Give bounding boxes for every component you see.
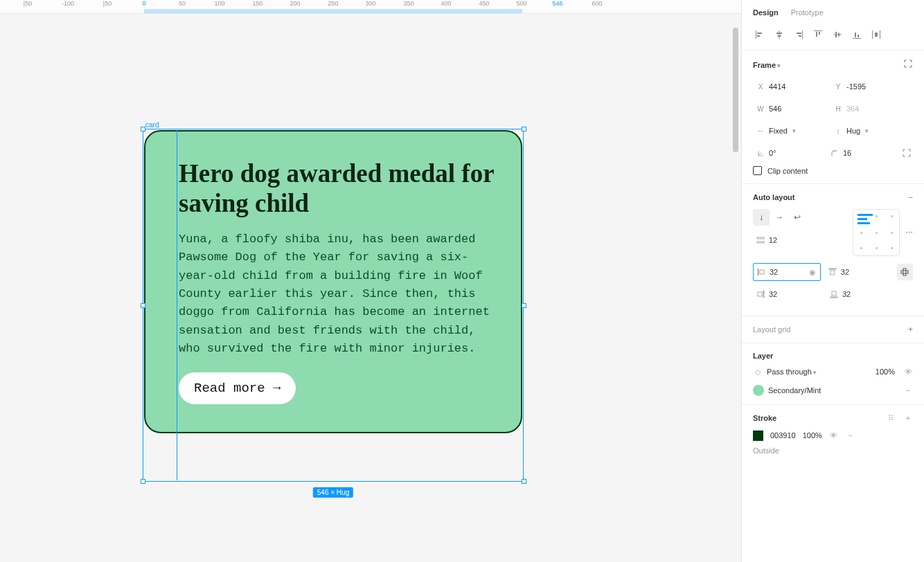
align-bottom-icon[interactable] <box>850 28 864 42</box>
svg-rect-5 <box>778 35 781 37</box>
svg-rect-32 <box>758 292 762 296</box>
stroke-style-icon[interactable]: ⠿ <box>886 414 896 424</box>
align-left-icon[interactable] <box>753 28 767 42</box>
resize-to-fit-icon[interactable] <box>903 59 913 71</box>
svg-rect-15 <box>853 38 861 39</box>
svg-rect-6 <box>802 30 803 39</box>
read-more-button[interactable]: Read more → <box>179 372 296 404</box>
opacity-input[interactable]: 100% <box>876 368 895 376</box>
remove-stroke-icon[interactable]: − <box>846 430 855 440</box>
gap-icon <box>756 235 765 245</box>
ruler-tick: 150 <box>252 0 263 7</box>
stroke-visibility-icon[interactable]: 👁 <box>829 430 839 440</box>
ruler-tick: 300 <box>365 0 375 7</box>
resize-handle-sw[interactable] <box>141 479 145 484</box>
tab-prototype[interactable]: Prototype <box>791 8 824 17</box>
card-body[interactable]: Yuna, a floofy shiba inu, has been award… <box>179 230 499 358</box>
pad-bottom-icon <box>829 289 839 299</box>
padding-left-input[interactable]: 32 ◉ <box>753 263 821 281</box>
resize-handle-nw[interactable] <box>141 127 145 132</box>
horizontal-ruler[interactable]: |50-100|50050100150200250300350400450500… <box>0 0 741 14</box>
svg-rect-7 <box>797 33 801 34</box>
alignment-grid[interactable] <box>853 209 900 256</box>
svg-rect-0 <box>756 30 756 39</box>
y-input[interactable]: Y-1595 <box>830 78 904 96</box>
autolayout-more-icon[interactable]: ⋯ <box>905 228 913 237</box>
frame-title[interactable]: Frame▾ <box>753 61 781 69</box>
direction-wrap-button[interactable]: ↩ <box>789 209 806 226</box>
stroke-swatch[interactable] <box>753 430 763 441</box>
corner-radius-input[interactable]: 16 <box>827 144 897 162</box>
resize-handle-ne[interactable] <box>522 127 526 132</box>
direction-toggle: ↓ → ↩ <box>753 209 847 226</box>
align-vcenter-icon[interactable] <box>830 28 844 42</box>
resize-handle-se[interactable] <box>522 479 526 484</box>
padding-top-input[interactable]: 32 <box>825 263 893 281</box>
visibility-icon[interactable]: 👁 <box>903 367 913 377</box>
stroke-opacity[interactable]: 100% <box>803 431 822 439</box>
stroke-hex[interactable]: 003910 <box>770 431 796 439</box>
canvas[interactable]: card Hero dog awarded medal for saving c… <box>0 14 741 562</box>
remove-autolayout-icon[interactable]: − <box>908 192 913 202</box>
svg-rect-28 <box>906 271 908 273</box>
ruler-tick: 600 <box>592 0 602 7</box>
ruler-tick: |50 <box>103 0 112 7</box>
padding-right-input[interactable]: 32 <box>753 285 822 303</box>
independent-corners-icon[interactable] <box>901 147 913 159</box>
card-title[interactable]: Hero dog awarded medal for saving child <box>179 159 499 218</box>
pad-left-icon <box>756 267 766 277</box>
fill-swatch[interactable] <box>753 385 764 396</box>
distribute-icon[interactable] <box>869 28 883 42</box>
scrub-icon: ◉ <box>808 267 817 277</box>
svg-rect-34 <box>832 291 836 296</box>
blend-icon: ◇ <box>753 367 763 377</box>
stroke-position-select[interactable]: Outside <box>753 446 779 455</box>
svg-rect-19 <box>880 30 880 39</box>
chevron-down-icon: ▾ <box>777 62 781 69</box>
width-input[interactable]: W546 <box>753 100 826 118</box>
fill-style-name[interactable]: Secondary/Mint <box>768 386 899 395</box>
svg-rect-12 <box>833 35 842 35</box>
ruler-tick: 200 <box>290 0 300 7</box>
frame-label[interactable]: card <box>145 121 159 129</box>
svg-rect-31 <box>763 291 764 298</box>
svg-rect-1 <box>757 33 762 34</box>
padding-bottom-input[interactable]: 32 <box>826 285 896 303</box>
layoutgrid-title: Layout grid <box>753 325 790 334</box>
ruler-selection-span <box>144 9 522 13</box>
clip-content-checkbox[interactable] <box>753 166 762 175</box>
frame-section: Frame▾ X4414 Y-1595 W546 H364 ↔Fixed▾ ↕H… <box>742 51 924 184</box>
detach-style-icon[interactable]: − <box>903 386 913 395</box>
canvas-scrollbar[interactable] <box>733 28 738 152</box>
svg-rect-30 <box>903 273 906 275</box>
add-layoutgrid-icon[interactable]: + <box>908 325 913 334</box>
ruler-tick: 500 <box>516 0 526 7</box>
layer-title: Layer <box>753 352 773 360</box>
clip-content-label: Clip content <box>767 167 808 175</box>
svg-rect-18 <box>872 30 873 39</box>
align-hcenter-icon[interactable] <box>772 28 786 42</box>
height-mode-select[interactable]: ↕Hug▾ <box>830 122 904 140</box>
add-stroke-icon[interactable]: + <box>903 413 913 423</box>
tab-design[interactable]: Design <box>753 8 779 17</box>
svg-rect-17 <box>858 35 859 37</box>
width-mode-select[interactable]: ↔Fixed▾ <box>753 122 826 140</box>
resize-handle-w[interactable] <box>141 303 145 308</box>
x-input[interactable]: X4414 <box>753 78 826 96</box>
height-input[interactable]: H364 <box>830 100 904 118</box>
card-frame[interactable]: Hero dog awarded medal for saving child … <box>144 130 522 433</box>
resize-handle-e[interactable] <box>522 303 526 308</box>
align-right-icon[interactable] <box>792 28 806 42</box>
ruler-tick: |50 <box>24 0 32 7</box>
angle-icon <box>756 148 765 158</box>
blend-mode-select[interactable]: Pass through▾ <box>767 368 871 376</box>
align-top-icon[interactable] <box>811 28 825 42</box>
direction-vertical-button[interactable]: ↓ <box>753 209 770 226</box>
rotation-input[interactable]: 0° <box>753 144 823 162</box>
svg-rect-4 <box>776 33 782 34</box>
properties-panel: Design Prototype Frame▾ X4414 Y-1595 W54… <box>741 0 924 562</box>
gap-input[interactable]: 12 <box>753 231 826 249</box>
independent-padding-icon[interactable] <box>897 264 913 280</box>
svg-rect-33 <box>830 297 837 298</box>
direction-horizontal-button[interactable]: → <box>771 209 788 226</box>
